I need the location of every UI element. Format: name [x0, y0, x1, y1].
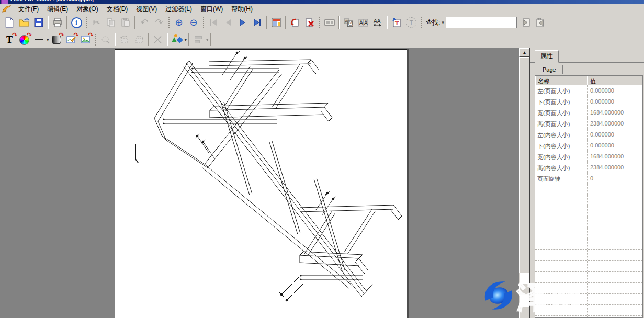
- property-value[interactable]: 0.000000: [587, 96, 642, 107]
- first-page-icon: [209, 19, 218, 26]
- virtual-keyboard-button[interactable]: [323, 16, 336, 29]
- empty-row: [535, 305, 642, 316]
- property-value[interactable]: 2384.000000: [587, 162, 642, 173]
- first-page-button[interactable]: [207, 16, 220, 29]
- property-value[interactable]: 0.000000: [587, 129, 642, 140]
- property-row[interactable]: 高(内容大小) 2384.000000: [535, 162, 642, 173]
- zoom-out-icon: ⊖: [189, 18, 197, 27]
- zoom-in-button[interactable]: ⊕: [172, 16, 186, 29]
- previous-page-icon: [224, 19, 232, 26]
- property-value[interactable]: 1684.000000: [587, 107, 642, 118]
- delete-x-icon: ⤫: [154, 35, 161, 44]
- property-row[interactable]: 左(内容大小) 0.000000: [535, 129, 642, 140]
- scrollbar-thumb[interactable]: [519, 57, 529, 266]
- clipboard-icon: [121, 18, 130, 27]
- char-spacing-button[interactable]: AA: [371, 16, 385, 29]
- line-style-dropdown[interactable]: ▾: [47, 37, 49, 42]
- property-value[interactable]: 0.000000: [587, 85, 642, 96]
- edit-shading-button[interactable]: ↷: [50, 33, 63, 47]
- scissors-icon: ✂: [92, 18, 100, 27]
- property-name: 高(页面大小): [535, 118, 587, 129]
- add-image-button[interactable]: ↷: [79, 33, 93, 47]
- delete-object-button[interactable]: ⤫: [151, 33, 165, 47]
- red-arrow-icon: ↷: [12, 31, 17, 39]
- property-row[interactable]: 宽(页面大小) 1684.000000: [535, 107, 642, 118]
- new-document-button[interactable]: [3, 16, 16, 29]
- document-canvas[interactable]: [0, 48, 519, 318]
- find-options-dropdown[interactable]: ▾: [442, 20, 444, 25]
- svg-text:T: T: [395, 20, 399, 26]
- menu-bar: 文件(F) 编辑(E) 对象(O) 文档(D) 视图(V) 过滤器(L) 窗口(…: [0, 4, 644, 15]
- rotate-page-button[interactable]: [288, 16, 302, 29]
- empty-row: [535, 294, 642, 305]
- text-tool-button[interactable]: T: [404, 16, 418, 29]
- menu-edit[interactable]: 编辑(E): [43, 4, 72, 15]
- add-text-button[interactable]: T: [390, 16, 403, 29]
- find-next-button[interactable]: [534, 16, 547, 29]
- lasso-icon: [101, 35, 110, 44]
- zoom-out-button[interactable]: ⊖: [187, 16, 200, 29]
- column-header-name: 名称: [535, 76, 587, 85]
- document-info-button[interactable]: i: [70, 16, 83, 29]
- property-row[interactable]: 左(页面大小) 0.000000: [535, 85, 642, 96]
- insert-shape-button[interactable]: [170, 33, 184, 47]
- save-button[interactable]: [32, 16, 46, 29]
- scroll-up-button[interactable]: ▲: [519, 48, 529, 57]
- font-kerning-button[interactable]: A A: [356, 16, 370, 29]
- zoom-in-icon: ⊕: [175, 18, 183, 27]
- line-style-button[interactable]: [32, 33, 46, 47]
- edit-image-button[interactable]: ↷: [64, 33, 78, 47]
- property-row[interactable]: 高(页面大小) 2384.000000: [535, 118, 642, 129]
- redo-button[interactable]: ↷: [152, 16, 166, 29]
- property-row[interactable]: 宽(内容大小) 1684.000000: [535, 151, 642, 162]
- edit-color-button[interactable]: ↷: [17, 33, 31, 47]
- property-row[interactable]: 下(内容大小) 0.000000: [535, 140, 642, 151]
- delete-page-button[interactable]: [303, 16, 317, 29]
- edit-text-object-button[interactable]: T ↷: [3, 33, 16, 47]
- menu-object[interactable]: 对象(O): [72, 4, 102, 15]
- find-previous-button[interactable]: [519, 16, 533, 29]
- font-style-button[interactable]: A A: [342, 16, 355, 29]
- property-row[interactable]: 下(页面大小) 0.000000: [535, 96, 642, 107]
- find-input[interactable]: [446, 17, 517, 28]
- print-button[interactable]: [51, 16, 64, 29]
- page-layout-button[interactable]: [269, 16, 283, 29]
- menu-view[interactable]: 视图(V): [132, 4, 161, 15]
- empty-row: [535, 316, 642, 318]
- previous-page-button[interactable]: [221, 16, 235, 29]
- insert-shape-dropdown[interactable]: ▾: [185, 37, 187, 42]
- open-file-button[interactable]: [17, 16, 31, 29]
- menu-help[interactable]: 帮助(H): [227, 4, 257, 15]
- menu-file[interactable]: 文件(F): [14, 4, 43, 15]
- align-objects-dropdown[interactable]: ▾: [206, 37, 209, 42]
- red-arrow-icon: ↷: [59, 31, 64, 39]
- rotate-object-right-button[interactable]: [132, 33, 146, 47]
- menu-filter[interactable]: 过滤器(L): [161, 4, 196, 15]
- property-value[interactable]: 1684.000000: [587, 151, 642, 162]
- tab-page[interactable]: Page: [536, 65, 563, 74]
- app-window: { "window": { "title": "Foxit PDF Editor…: [0, 0, 644, 318]
- cut-button[interactable]: ✂: [89, 16, 103, 29]
- next-page-icon: [239, 19, 246, 26]
- rotate-left-selection-icon: [120, 35, 129, 44]
- undo-button[interactable]: ↶: [138, 16, 151, 29]
- vertical-scrollbar[interactable]: ▲: [519, 48, 529, 318]
- property-value[interactable]: 0: [587, 173, 642, 184]
- next-page-button[interactable]: [236, 16, 250, 29]
- menu-window[interactable]: 窗口(W): [196, 4, 227, 15]
- properties-panel-title[interactable]: 属性: [535, 50, 559, 63]
- undo-arrow-icon: ↶: [140, 18, 148, 27]
- align-objects-button[interactable]: [191, 33, 205, 47]
- property-value[interactable]: 0.000000: [587, 140, 642, 151]
- lasso-select-button[interactable]: [99, 33, 112, 47]
- paste-button[interactable]: [119, 16, 132, 29]
- pdf-page[interactable]: [115, 49, 407, 318]
- last-page-button[interactable]: [251, 16, 264, 29]
- toolbar-objects: T ↷ ↷ ▾ ↷ ↷ ↷: [0, 31, 644, 48]
- menu-document[interactable]: 文档(D): [103, 4, 132, 15]
- rotate-object-left-button[interactable]: [118, 33, 131, 47]
- property-value[interactable]: 2384.000000: [587, 118, 642, 129]
- copy-button[interactable]: [104, 16, 118, 29]
- property-row[interactable]: 页面旋转 0: [535, 173, 642, 184]
- empty-row: [535, 228, 642, 239]
